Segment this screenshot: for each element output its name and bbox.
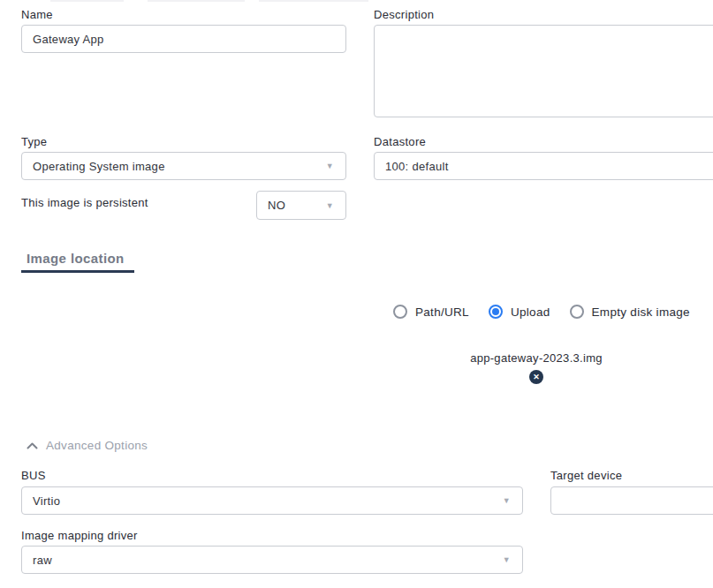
mapping-driver-select-value: raw xyxy=(33,554,52,567)
description-label: Description xyxy=(374,8,434,21)
mapping-driver-select[interactable]: raw ▼ xyxy=(21,546,523,574)
description-textarea[interactable] xyxy=(374,25,713,117)
advanced-options-label: Advanced Options xyxy=(46,439,148,452)
uploaded-file-name: app-gateway-2023.3.img xyxy=(404,351,669,365)
bus-label: BUS xyxy=(21,469,46,482)
persistent-select[interactable]: NO ▼ xyxy=(256,191,346,220)
bus-select[interactable]: Virtio ▼ xyxy=(21,486,523,515)
cropped-content-remnant xyxy=(259,0,368,2)
datastore-select[interactable]: 100: default xyxy=(374,152,713,180)
datastore-select-value: 100: default xyxy=(385,160,449,173)
chevron-down-icon: ▼ xyxy=(326,162,334,170)
chevron-down-icon: ▼ xyxy=(503,496,511,505)
remove-file-icon[interactable]: ✕ xyxy=(529,370,543,384)
chevron-down-icon: ▼ xyxy=(326,201,334,210)
name-label: Name xyxy=(21,8,53,21)
type-label: Type xyxy=(21,135,47,148)
name-input[interactable] xyxy=(21,25,346,53)
cropped-content-remnant xyxy=(50,0,124,2)
radio-option-path-url[interactable]: Path/URL xyxy=(393,305,469,319)
radio-option-upload[interactable]: Upload xyxy=(489,305,550,319)
type-select[interactable]: Operating System image ▼ xyxy=(21,152,346,180)
chevron-down-icon: ▼ xyxy=(503,555,511,564)
persistent-label: This image is persistent xyxy=(21,196,148,209)
radio-selected-icon xyxy=(489,305,503,319)
advanced-options-toggle[interactable]: Advanced Options xyxy=(27,439,148,452)
tab-image-location[interactable]: Image location xyxy=(27,251,125,266)
cropped-content-remnant xyxy=(148,0,245,2)
type-select-value: Operating System image xyxy=(33,160,165,173)
image-source-radio-group: Path/URL Upload Empty disk image xyxy=(393,305,690,319)
radio-unselected-icon xyxy=(570,305,584,319)
chevron-up-icon xyxy=(27,442,38,449)
radio-option-empty-disk[interactable]: Empty disk image xyxy=(570,305,690,319)
target-device-input[interactable] xyxy=(550,486,713,515)
tab-active-underline xyxy=(21,270,134,273)
create-image-form: Name Description Type Operating System i… xyxy=(0,0,713,588)
bus-select-value: Virtio xyxy=(33,494,60,508)
radio-unselected-icon xyxy=(393,305,407,319)
datastore-label: Datastore xyxy=(374,135,426,148)
mapping-driver-label: Image mapping driver xyxy=(21,529,138,542)
target-device-label: Target device xyxy=(550,469,622,482)
persistent-select-value: NO xyxy=(268,199,285,212)
